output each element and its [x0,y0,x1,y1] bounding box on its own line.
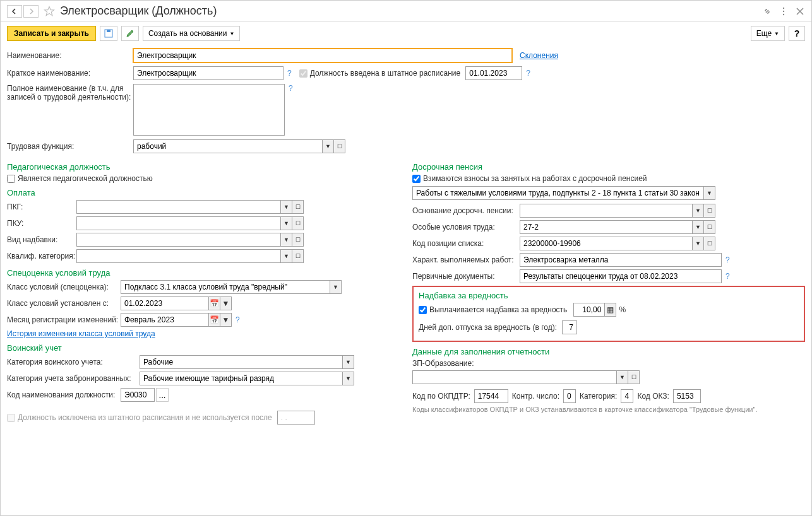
control-input[interactable] [563,389,576,403]
class-input[interactable] [121,280,330,294]
reg-month-input[interactable] [121,313,209,327]
help-icon[interactable]: ? [287,69,292,78]
work-char-input[interactable] [520,253,722,267]
dropdown-icon[interactable]: ▼ [693,204,704,218]
is-pedagog-checkbox[interactable] [7,175,15,183]
work-char-label: Характ. выполняемых работ: [412,255,520,264]
dropdown-icon[interactable]: ▼ [220,296,232,310]
open-icon[interactable]: ☐ [292,249,304,263]
set-from-input[interactable] [121,296,209,310]
dropdown-icon[interactable]: ▼ [220,313,232,327]
spec-title: Спецоценка условий труда [7,268,400,278]
help-icon[interactable]: ? [236,315,240,324]
mil-res-input[interactable] [140,372,343,385]
lookup-button[interactable]: ... [156,388,169,402]
list-code-input[interactable] [520,237,693,250]
labor-func-input[interactable] [133,139,323,153]
pku-input[interactable] [76,216,281,230]
open-icon[interactable]: ☐ [292,216,304,230]
report-title: Данные для заполнения отчетности [412,347,805,356]
dropdown-icon[interactable]: ▼ [617,370,628,384]
excluded-checkbox [7,414,15,422]
mil-res-label: Категория учета забронированных: [7,374,140,383]
is-pedagog-label: Является педагогической должностью [18,174,153,183]
help-icon[interactable]: ? [526,69,530,78]
labor-func-label: Трудовая функция: [7,142,133,151]
docs-input[interactable] [520,269,722,283]
dropdown-icon[interactable]: ▼ [281,200,292,214]
open-icon[interactable]: ☐ [292,233,304,247]
dropdown-icon[interactable]: ▼ [343,355,354,369]
dropdown-icon[interactable]: ▼ [343,372,354,385]
forward-button[interactable] [23,5,39,18]
save-button[interactable] [100,26,117,41]
dropdown-icon[interactable]: ▼ [693,220,704,234]
okz-input[interactable] [673,389,701,403]
harm-title: Надбавка за вредность [419,291,799,300]
full-name-label: Полное наименование (в т.ч. для записей … [7,84,133,102]
full-name-textarea[interactable] [133,84,285,136]
calc-icon[interactable]: ▦ [605,303,616,317]
dropdown-icon[interactable]: ▼ [281,249,292,263]
link-icon[interactable] [762,6,772,16]
excluded-date[interactable] [277,411,315,425]
allowance-input[interactable] [76,233,281,247]
open-icon[interactable]: ☐ [334,139,345,153]
qualif-input[interactable] [76,249,281,263]
calendar-icon[interactable]: 📅 [209,313,220,327]
contributions-checkbox[interactable] [412,175,421,183]
open-icon[interactable]: ☐ [704,220,715,234]
list-code-label: Код позиции списка: [412,239,520,248]
pension-title: Досрочная пенсия [412,162,805,172]
help-icon[interactable]: ? [289,84,293,93]
category-input[interactable] [621,389,633,403]
dropdown-icon[interactable]: ▼ [330,280,342,294]
edit-button[interactable] [121,26,139,41]
pku-label: ПКУ: [7,219,76,228]
category-label: Категория: [580,392,617,401]
dropdown-icon[interactable]: ▼ [323,139,334,153]
zp-input[interactable] [412,370,617,384]
favorite-icon[interactable] [44,6,55,17]
mil-code-input[interactable] [121,388,155,402]
svg-point-2 [783,13,784,15]
mil-cat-label: Категория воинского учета: [7,358,140,366]
dropdown-icon[interactable]: ▼ [704,186,715,200]
name-input[interactable] [133,49,512,62]
okpdtr-input[interactable] [474,389,508,403]
back-button[interactable] [7,5,22,18]
harm-paid-checkbox[interactable] [419,306,427,314]
save-close-button[interactable]: Записать и закрыть [7,26,96,41]
docs-label: Первичные документы: [412,272,520,281]
dropdown-icon[interactable]: ▼ [281,216,292,230]
short-name-input[interactable] [133,66,284,80]
declension-link[interactable]: Склонения [520,51,558,60]
more-button[interactable]: Еще▼ [751,26,785,41]
mil-cat-input[interactable] [140,355,343,369]
basis-input[interactable] [520,204,693,218]
open-icon[interactable]: ☐ [292,200,304,214]
excluded-label: Должность исключена из штатного расписан… [18,413,272,422]
kebab-icon[interactable] [779,6,789,16]
dropdown-icon[interactable]: ▼ [693,237,704,250]
contributions-label: Взимаются взносы за занятых на работах с… [423,174,647,183]
help-button[interactable]: ? [789,26,805,41]
open-icon[interactable]: ☐ [628,370,640,384]
help-icon[interactable]: ? [725,272,730,281]
create-based-button[interactable]: Создать на основании▼ [143,26,240,41]
harm-percent-input[interactable] [573,303,605,317]
harm-days-input[interactable] [562,320,577,334]
open-icon[interactable]: ☐ [704,204,715,218]
work-type-input[interactable] [412,186,704,200]
conditions-input[interactable] [520,220,693,234]
dropdown-icon[interactable]: ▼ [281,233,292,247]
history-link[interactable]: История изменения класса условий труда [7,329,155,338]
open-icon[interactable]: ☐ [704,237,715,250]
staff-date-input[interactable] [465,66,522,80]
close-icon[interactable] [795,6,805,16]
calendar-icon[interactable]: 📅 [209,296,220,310]
allowance-label: Вид надбавки: [7,235,76,244]
harm-paid-label: Выплачивается надбавка за вредность [429,305,567,314]
help-icon[interactable]: ? [725,255,730,264]
pkg-input[interactable] [76,200,281,214]
